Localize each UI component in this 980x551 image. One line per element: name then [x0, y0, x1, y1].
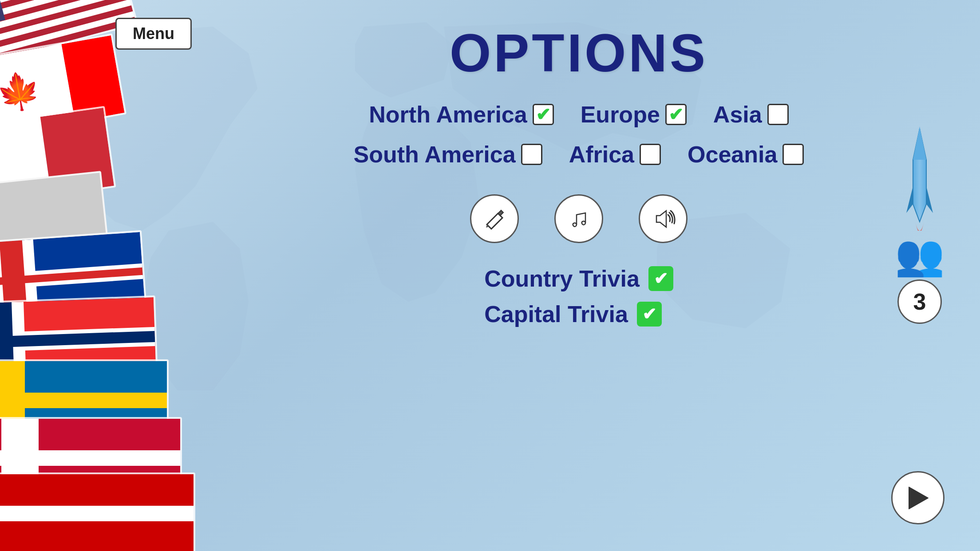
main-content: OPTIONS North America ✔ Europe ✔ Asia: [178, 0, 980, 551]
region-north-america-checkbox[interactable]: ✔: [533, 104, 554, 125]
players-icon: 👥: [895, 235, 944, 275]
menu-button[interactable]: Menu: [115, 18, 192, 50]
region-africa-label: Africa: [569, 141, 634, 168]
region-asia-label: Asia: [713, 101, 762, 128]
region-europe[interactable]: Europe ✔: [581, 101, 687, 128]
region-africa-checkbox[interactable]: [640, 144, 661, 165]
music-icon: [567, 207, 591, 231]
player-count-button[interactable]: 3: [897, 279, 942, 324]
sound-icon: [651, 207, 676, 231]
player-count-value: 3: [913, 288, 926, 315]
checkmark-country-trivia: ✔: [654, 269, 668, 288]
region-south-america-label: South America: [354, 141, 516, 168]
regions-row-1: North America ✔ Europe ✔ Asia: [369, 101, 788, 128]
region-oceania-label: Oceania: [688, 141, 777, 168]
region-oceania-checkbox[interactable]: [782, 144, 804, 165]
region-south-america-checkbox[interactable]: [521, 144, 542, 165]
checkmark-capital-trivia: ✔: [642, 304, 656, 324]
capital-trivia-checkbox[interactable]: ✔: [637, 302, 662, 327]
checkmark-europe: ✔: [668, 106, 684, 123]
icon-buttons-row: [470, 194, 688, 243]
region-north-america[interactable]: North America ✔: [369, 101, 553, 128]
rocket-icon: [904, 124, 935, 231]
sound-button[interactable]: [639, 194, 688, 243]
region-asia-checkbox[interactable]: [767, 104, 789, 125]
svg-marker-0: [909, 487, 928, 509]
checkmark-north-america: ✔: [536, 106, 551, 123]
country-trivia-item[interactable]: Country Trivia ✔: [484, 265, 673, 292]
music-button[interactable]: [554, 194, 603, 243]
player-section: 👥 3: [895, 124, 944, 324]
trivia-section: Country Trivia ✔ Capital Trivia ✔: [484, 265, 673, 327]
region-oceania[interactable]: Oceania: [688, 141, 804, 168]
country-trivia-label: Country Trivia: [484, 265, 640, 292]
region-europe-label: Europe: [581, 101, 660, 128]
region-europe-checkbox[interactable]: ✔: [665, 104, 687, 125]
pencil-button[interactable]: [470, 194, 519, 243]
region-asia[interactable]: Asia: [713, 101, 789, 128]
country-trivia-checkbox[interactable]: ✔: [648, 266, 673, 291]
play-icon: [907, 486, 929, 510]
capital-trivia-item[interactable]: Capital Trivia ✔: [484, 301, 662, 327]
region-north-america-label: North America: [369, 101, 527, 128]
page-title: OPTIONS: [450, 22, 708, 83]
pencil-icon: [482, 207, 507, 231]
region-africa[interactable]: Africa: [569, 141, 661, 168]
play-button[interactable]: [891, 471, 944, 524]
region-south-america[interactable]: South America: [354, 141, 542, 168]
capital-trivia-label: Capital Trivia: [484, 301, 628, 327]
regions-row-2: South America Africa Oceania: [354, 141, 804, 168]
flag-extra: [0, 472, 195, 551]
regions-grid: North America ✔ Europe ✔ Asia So: [354, 101, 804, 168]
